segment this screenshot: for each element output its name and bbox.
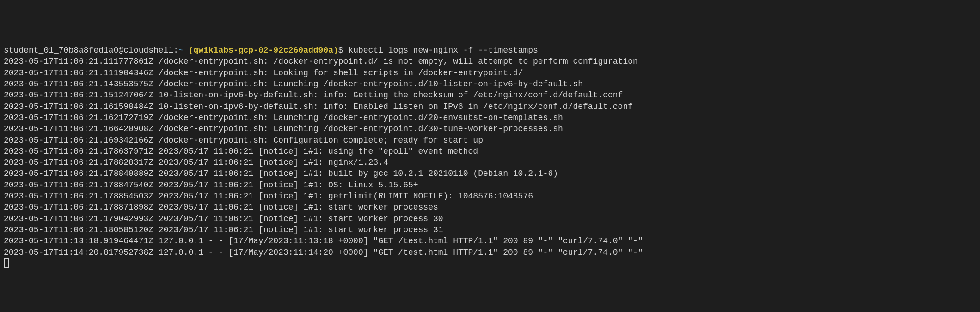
log-line: 2023-05-17T11:06:21.178828317Z 2023/05/1… [4,157,976,168]
log-line: 2023-05-17T11:06:21.178854503Z 2023/05/1… [4,191,976,202]
prompt-dollar: $ [338,46,349,55]
log-line: 2023-05-17T11:14:20.817952738Z 127.0.0.1… [4,247,976,258]
user-host: student_01_70b8a8fed1a0@cloudshell [4,46,173,55]
log-line: 2023-05-17T11:06:21.178840889Z 2023/05/1… [4,168,976,179]
log-line: 2023-05-17T11:06:21.161598484Z 10-listen… [4,101,976,112]
log-line: 2023-05-17T11:06:21.169342166Z /docker-e… [4,135,976,146]
terminal-output[interactable]: student_01_70b8a8fed1a0@cloudshell:~ (qw… [4,45,976,269]
project-open: ( [184,46,194,55]
command-text: kubectl logs new-nginx -f --timestamps [348,46,538,55]
project-close: ) [333,46,338,55]
cursor-icon [4,258,9,268]
log-line: 2023-05-17T11:06:21.180585120Z 2023/05/1… [4,224,976,235]
log-line: 2023-05-17T11:06:21.179042993Z 2023/05/1… [4,213,976,224]
log-line: 2023-05-17T11:06:21.143553575Z /docker-e… [4,78,976,90]
project-id: qwiklabs-gcp-02-92c260add90a [194,46,333,55]
log-line: 2023-05-17T11:06:21.111777861Z /docker-e… [4,56,976,67]
log-line: 2023-05-17T11:06:21.166420908Z /docker-e… [4,123,976,134]
log-line: 2023-05-17T11:06:21.178847540Z 2023/05/1… [4,180,976,191]
log-line: 2023-05-17T11:06:21.111904346Z /docker-e… [4,67,976,78]
log-line: 2023-05-17T11:06:21.178871898Z 2023/05/1… [4,202,976,213]
log-line: 2023-05-17T11:06:21.162172719Z /docker-e… [4,112,976,123]
log-line: 2023-05-17T11:06:21.178637971Z 2023/05/1… [4,146,976,157]
prompt-separator: : [173,46,178,55]
prompt-path: ~ [178,46,184,55]
cursor-line [4,259,9,268]
log-line: 2023-05-17T11:06:21.151247064Z 10-listen… [4,90,976,101]
log-line: 2023-05-17T11:13:18.919464471Z 127.0.0.1… [4,235,976,246]
prompt-line: student_01_70b8a8fed1a0@cloudshell:~ (qw… [4,45,976,56]
